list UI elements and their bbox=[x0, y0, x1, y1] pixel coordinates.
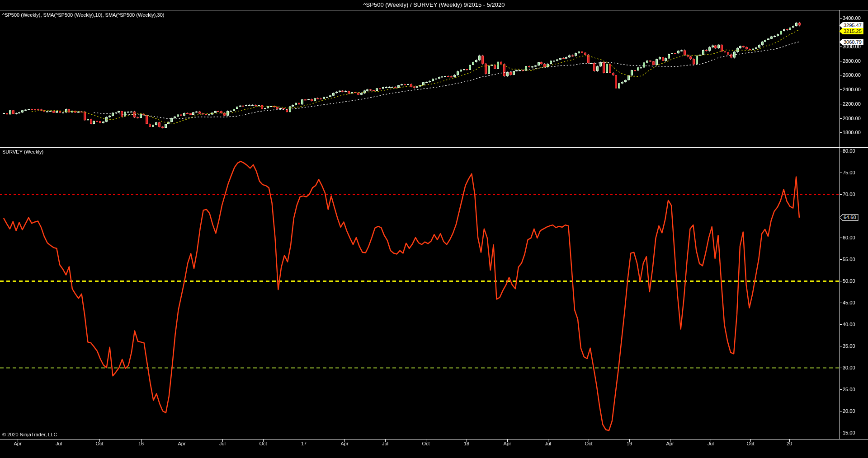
price-tag: 3215.25 bbox=[839, 28, 863, 34]
time-axis-label: Oct bbox=[422, 441, 429, 446]
survey-tick-label: 25.00 bbox=[843, 387, 855, 392]
survey-tick-label: 60.00 bbox=[843, 235, 855, 240]
price-tag: 3060.79 bbox=[839, 39, 863, 45]
price-tick-label: 2600.00 bbox=[843, 72, 861, 78]
time-axis-label: 18 bbox=[464, 441, 469, 446]
ninjatrader-chart-window: ^SP500 (Weekly) / SURVEY (Weekly) 9/2015… bbox=[0, 0, 868, 458]
survey-panel-legend: SURVEY (Weekly) bbox=[2, 149, 43, 154]
survey-tick-label: 30.00 bbox=[843, 365, 855, 370]
price-panel-legend: ^SP500 (Weekly), SMA(^SP500 (Weekly),10)… bbox=[2, 12, 164, 18]
price-tick-label: 2400.00 bbox=[843, 87, 861, 92]
survey-tick-label: 45.00 bbox=[843, 300, 855, 305]
time-axis-label: Apr bbox=[503, 441, 511, 446]
survey-tick-label: 15.00 bbox=[843, 430, 855, 435]
time-axis-label: Jul bbox=[219, 441, 226, 446]
price-tag: 3295.47 bbox=[839, 22, 863, 28]
price-tick-label: 2200.00 bbox=[843, 101, 861, 107]
survey-tick-label: 20.00 bbox=[843, 408, 855, 414]
survey-tick-label: 80.00 bbox=[843, 148, 855, 154]
time-axis-label: Oct bbox=[585, 441, 592, 446]
copyright-notice: © 2020 NinjaTrader, LLC bbox=[2, 432, 57, 437]
survey-tick-label: 40.00 bbox=[843, 322, 855, 327]
time-axis-label: Jul bbox=[56, 441, 62, 446]
time-axis-label: Apr bbox=[178, 441, 185, 446]
time-axis-label: Oct bbox=[259, 441, 267, 446]
price-tick-label: 3400.00 bbox=[843, 15, 861, 21]
chart-plot-area[interactable] bbox=[0, 0, 868, 458]
time-axis-label: Apr bbox=[666, 441, 674, 446]
price-tick-label: 2800.00 bbox=[843, 58, 861, 64]
time-axis-label: 16 bbox=[138, 441, 144, 446]
survey-value-tag: 64.60 bbox=[839, 214, 859, 221]
time-axis-label: Jul bbox=[545, 441, 551, 446]
time-axis-label: 20 bbox=[787, 441, 792, 446]
survey-tick-label: 50.00 bbox=[843, 278, 855, 284]
survey-tick-label: 35.00 bbox=[843, 343, 855, 349]
price-tick-label: 2000.00 bbox=[843, 116, 861, 121]
time-axis-label: Oct bbox=[746, 441, 754, 446]
time-axis-label: Jul bbox=[382, 441, 388, 446]
time-axis-label: Apr bbox=[14, 441, 21, 446]
survey-tick-label: 55.00 bbox=[843, 257, 855, 262]
time-axis-label: Jul bbox=[708, 441, 714, 446]
time-axis-label: Oct bbox=[95, 441, 103, 446]
time-axis-label: 17 bbox=[301, 441, 307, 446]
survey-tick-label: 75.00 bbox=[843, 170, 855, 175]
survey-tick-label: 70.00 bbox=[843, 192, 855, 197]
window-title: ^SP500 (Weekly) / SURVEY (Weekly) 9/2015… bbox=[0, 0, 868, 10]
time-axis-label: Apr bbox=[340, 441, 348, 446]
time-axis-label: 19 bbox=[627, 441, 632, 446]
price-tick-label: 1800.00 bbox=[843, 130, 861, 135]
